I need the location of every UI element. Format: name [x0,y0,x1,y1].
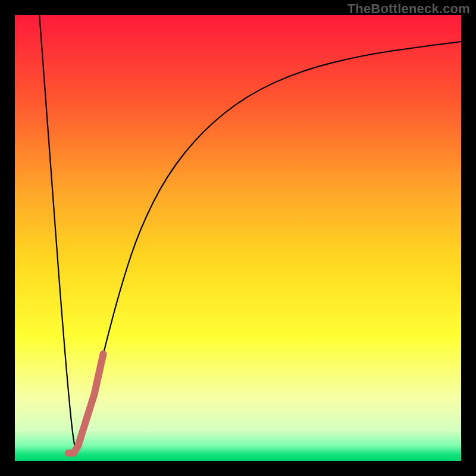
watermark-text: TheBottleneck.com [347,1,470,17]
plot-background [15,15,461,461]
bottleneck-chart [0,0,476,476]
chart-frame: TheBottleneck.com [0,0,476,476]
